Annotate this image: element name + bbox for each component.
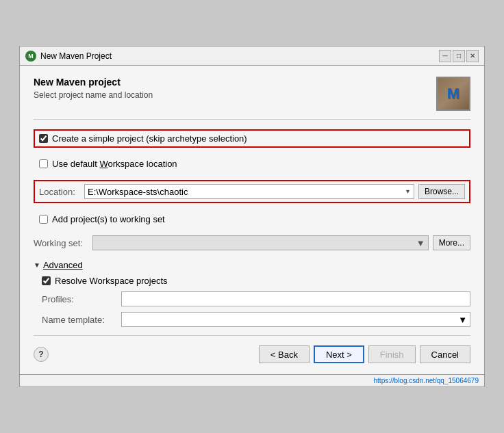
create-simple-project-label[interactable]: Create a simple project (skip archetype … <box>52 133 247 144</box>
help-button[interactable]: ? <box>34 347 49 362</box>
location-input[interactable]: E:\Workspace-sts\chaotic ▼ <box>84 184 414 199</box>
dialog-header: New Maven project Select project name an… <box>34 77 470 120</box>
location-row: Location: E:\Workspace-sts\chaotic ▼ Bro… <box>34 180 470 203</box>
button-bar: ? < Back Next > Finish Cancel <box>34 341 470 366</box>
use-default-workspace-checkbox[interactable] <box>39 159 48 168</box>
cancel-button[interactable]: Cancel <box>420 345 470 363</box>
title-bar-left: M New Maven Project <box>25 51 112 62</box>
name-template-select[interactable]: ▼ <box>121 312 470 327</box>
create-simple-project-row: Create a simple project (skip archetype … <box>34 129 470 148</box>
nav-buttons: < Back Next > Finish Cancel <box>259 345 470 363</box>
maximize-button[interactable]: □ <box>453 50 465 62</box>
finish-button[interactable]: Finish <box>368 345 416 363</box>
profiles-row: Profiles: <box>42 291 470 306</box>
profiles-label: Profiles: <box>42 294 117 304</box>
profiles-input[interactable] <box>121 291 470 306</box>
status-bar: https://blog.csdn.net/qq_15064679 <box>19 375 485 387</box>
working-set-dropdown-arrow[interactable]: ▼ <box>416 238 425 248</box>
dialog-window: M New Maven Project ─ □ ✕ New Maven proj… <box>19 46 485 387</box>
advanced-content: Resolve Workspace projects Profiles: Nam… <box>34 276 470 327</box>
use-default-workspace-row: Use default Workspace location <box>34 155 470 173</box>
status-url: https://blog.csdn.net/qq_15064679 <box>374 377 479 384</box>
add-working-set-label[interactable]: Add project(s) to working set <box>52 214 165 224</box>
add-working-set-row: Add project(s) to working set <box>34 210 470 228</box>
dialog-subtitle: Select project name and location <box>34 90 153 100</box>
title-bar: M New Maven Project ─ □ ✕ <box>19 46 485 65</box>
form-body: Create a simple project (skip archetype … <box>34 129 470 327</box>
dialog-content: New Maven project Select project name an… <box>19 65 485 375</box>
dialog-title: New Maven Project <box>40 51 112 61</box>
dialog-main-title: New Maven project <box>34 77 153 88</box>
location-dropdown-arrow[interactable]: ▼ <box>405 188 411 195</box>
resolve-workspace-checkbox[interactable] <box>42 276 51 285</box>
location-label: Location: <box>39 187 80 197</box>
working-set-label: Working set: <box>34 238 88 248</box>
close-button[interactable]: ✕ <box>466 50 479 62</box>
title-bar-buttons: ─ □ ✕ <box>439 50 479 62</box>
next-button[interactable]: Next > <box>314 345 364 363</box>
advanced-arrow-icon: ▼ <box>34 261 40 269</box>
minimize-button[interactable]: ─ <box>439 50 451 62</box>
maven-title-icon: M <box>25 51 36 62</box>
location-input-wrap: E:\Workspace-sts\chaotic ▼ <box>84 184 414 199</box>
separator <box>34 335 470 336</box>
dialog-header-text: New Maven project Select project name an… <box>34 77 153 100</box>
name-template-row: Name template: ▼ <box>42 312 470 327</box>
back-button[interactable]: < Back <box>259 345 310 363</box>
create-simple-project-checkbox[interactable] <box>39 134 48 143</box>
browse-button[interactable]: Browse... <box>418 184 465 199</box>
use-default-workspace-label: Use default Workspace location <box>52 159 177 169</box>
maven-logo-letter: M <box>447 85 459 103</box>
name-template-label: Name template: <box>42 315 117 325</box>
maven-logo: M <box>436 77 470 111</box>
resolve-workspace-label[interactable]: Resolve Workspace projects <box>55 276 168 286</box>
working-set-select[interactable]: ▼ <box>92 235 429 250</box>
advanced-section: ▼ Advanced Resolve Workspace projects Pr… <box>34 260 470 327</box>
advanced-label[interactable]: Advanced <box>43 260 83 270</box>
resolve-workspace-row: Resolve Workspace projects <box>42 276 470 286</box>
location-value: E:\Workspace-sts\chaotic <box>88 187 188 197</box>
advanced-toggle[interactable]: ▼ Advanced <box>34 260 470 270</box>
template-dropdown-arrow[interactable]: ▼ <box>458 315 467 325</box>
working-set-row: Working set: ▼ More... <box>34 235 470 250</box>
add-working-set-checkbox[interactable] <box>39 215 48 224</box>
more-button[interactable]: More... <box>433 235 470 250</box>
